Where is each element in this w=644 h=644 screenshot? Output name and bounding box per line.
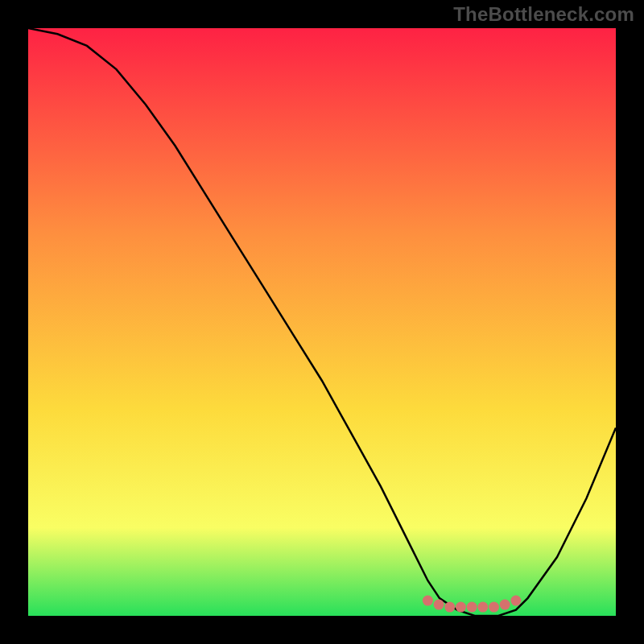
- flat-marker-dot: [467, 602, 477, 613]
- bottleneck-chart: [28, 28, 616, 616]
- watermark-text: TheBottleneck.com: [453, 3, 634, 26]
- flat-marker-dot: [489, 602, 499, 613]
- flat-marker-dot: [444, 602, 455, 613]
- plot-area: [28, 28, 616, 616]
- flat-marker-dot: [500, 600, 510, 610]
- gradient-background: [28, 28, 616, 616]
- flat-marker-dot: [510, 596, 521, 606]
- flat-marker-dot: [477, 602, 488, 613]
- chart-frame: TheBottleneck.com: [0, 0, 644, 644]
- flat-marker-dot: [456, 602, 466, 613]
- flat-marker-dot: [434, 600, 444, 610]
- flat-marker-dot: [423, 596, 433, 606]
